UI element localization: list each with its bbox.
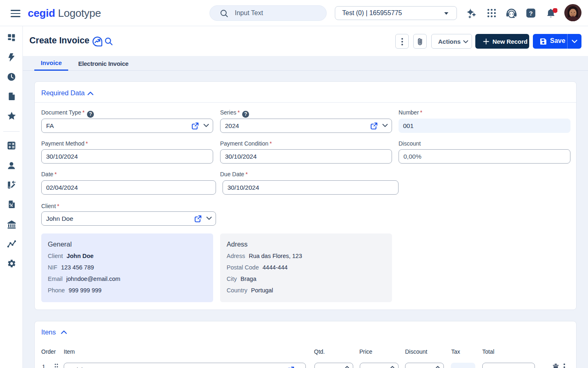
svg-text:?: ? bbox=[529, 10, 532, 17]
